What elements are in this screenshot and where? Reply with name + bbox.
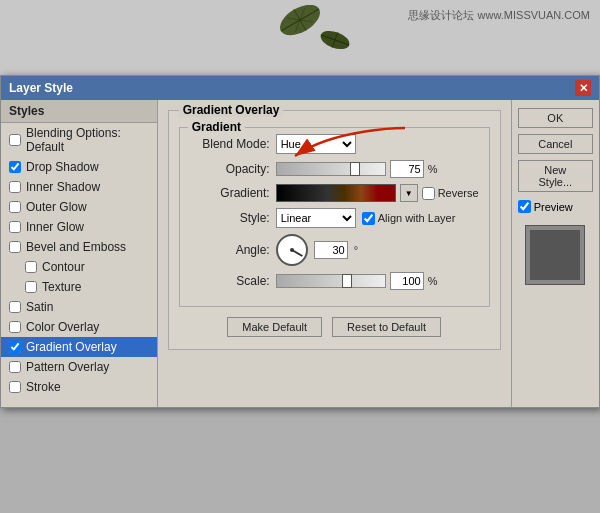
angle-container: ° xyxy=(276,234,358,266)
inner-shadow-checkbox[interactable] xyxy=(9,181,21,193)
gradient-overlay-title: Gradient Overlay xyxy=(179,103,284,117)
preview-checkbox[interactable] xyxy=(518,200,531,213)
layer-style-dialog: Layer Style ✕ Styles Blending Options: D… xyxy=(0,75,600,408)
align-with-layer-label: Align with Layer xyxy=(362,212,456,225)
gradient-overlay-checkbox[interactable] xyxy=(9,341,21,353)
bevel-emboss-label: Bevel and Emboss xyxy=(26,240,126,254)
reverse-checkbox[interactable] xyxy=(422,187,435,200)
styles-panel-header: Styles xyxy=(1,100,157,123)
preview-inner xyxy=(530,230,580,280)
style-row: Style: Linear Radial Angle Reflected Dia… xyxy=(190,208,479,228)
align-with-layer-text: Align with Layer xyxy=(378,212,456,224)
style-label: Style: xyxy=(190,211,270,225)
sidebar-item-gradient-overlay[interactable]: Gradient Overlay xyxy=(1,337,157,357)
satin-label: Satin xyxy=(26,300,53,314)
gradient-row: Gradient: ▼ Reverse xyxy=(190,184,479,202)
sidebar-item-stroke[interactable]: Stroke xyxy=(1,377,157,397)
scale-row: Scale: % xyxy=(190,272,479,290)
blending-options-checkbox[interactable] xyxy=(9,134,21,146)
drop-shadow-checkbox[interactable] xyxy=(9,161,21,173)
inner-shadow-label: Inner Shadow xyxy=(26,180,100,194)
new-style-button[interactable]: New Style... xyxy=(518,160,593,192)
align-with-layer-checkbox[interactable] xyxy=(362,212,375,225)
cancel-button[interactable]: Cancel xyxy=(518,134,593,154)
reverse-label: Reverse xyxy=(422,187,479,200)
opacity-slider-container: % xyxy=(276,160,438,178)
dialog-body: Styles Blending Options: Default Drop Sh… xyxy=(1,100,599,407)
blend-mode-label: Blend Mode: xyxy=(190,137,270,151)
ok-button[interactable]: OK xyxy=(518,108,593,128)
styles-panel: Styles Blending Options: Default Drop Sh… xyxy=(1,100,158,407)
scale-label: Scale: xyxy=(190,274,270,288)
sidebar-item-drop-shadow[interactable]: Drop Shadow xyxy=(1,157,157,177)
outer-glow-checkbox[interactable] xyxy=(9,201,21,213)
gradient-bar[interactable] xyxy=(276,184,396,202)
sidebar-item-pattern-overlay[interactable]: Pattern Overlay xyxy=(1,357,157,377)
angle-dial[interactable] xyxy=(276,234,308,266)
color-overlay-checkbox[interactable] xyxy=(9,321,21,333)
inner-glow-label: Inner Glow xyxy=(26,220,84,234)
angle-value-input[interactable] xyxy=(314,241,348,259)
contour-checkbox[interactable] xyxy=(25,261,37,273)
angle-dial-dot xyxy=(290,248,294,252)
sidebar-item-texture[interactable]: Texture xyxy=(1,277,157,297)
close-button[interactable]: ✕ xyxy=(575,80,591,96)
opacity-unit: % xyxy=(428,163,438,175)
opacity-value-input[interactable] xyxy=(390,160,424,178)
pattern-overlay-checkbox[interactable] xyxy=(9,361,21,373)
contour-label: Contour xyxy=(42,260,85,274)
bottom-buttons: Make Default Reset to Default xyxy=(179,317,490,337)
right-panel: OK Cancel New Style... Preview xyxy=(511,100,599,407)
sidebar-item-contour[interactable]: Contour xyxy=(1,257,157,277)
sidebar-item-inner-shadow[interactable]: Inner Shadow xyxy=(1,177,157,197)
gradient-bar-container: ▼ Reverse xyxy=(276,184,479,202)
dialog-title: Layer Style xyxy=(9,81,73,95)
angle-row: Angle: ° xyxy=(190,234,479,266)
color-overlay-label: Color Overlay xyxy=(26,320,99,334)
preview-text: Preview xyxy=(534,201,573,213)
inner-glow-checkbox[interactable] xyxy=(9,221,21,233)
make-default-button[interactable]: Make Default xyxy=(227,317,322,337)
scale-unit: % xyxy=(428,275,438,287)
reset-to-default-button[interactable]: Reset to Default xyxy=(332,317,441,337)
stroke-checkbox[interactable] xyxy=(9,381,21,393)
angle-label: Angle: xyxy=(190,243,270,257)
sidebar-item-satin[interactable]: Satin xyxy=(1,297,157,317)
reverse-text: Reverse xyxy=(438,187,479,199)
style-select[interactable]: Linear Radial Angle Reflected Diamond xyxy=(276,208,356,228)
dialog-titlebar: Layer Style ✕ xyxy=(1,76,599,100)
texture-checkbox[interactable] xyxy=(25,281,37,293)
main-content: Gradient Overlay Gradient Blend Mode: Hu… xyxy=(158,100,511,407)
scale-slider-container: % xyxy=(276,272,438,290)
gradient-overlay-group: Gradient Overlay Gradient Blend Mode: Hu… xyxy=(168,110,501,350)
opacity-label: Opacity: xyxy=(190,162,270,176)
satin-checkbox[interactable] xyxy=(9,301,21,313)
preview-box xyxy=(525,225,585,285)
gradient-sub-title: Gradient xyxy=(188,120,245,134)
bevel-emboss-checkbox[interactable] xyxy=(9,241,21,253)
scale-value-input[interactable] xyxy=(390,272,424,290)
sidebar-item-outer-glow[interactable]: Outer Glow xyxy=(1,197,157,217)
sidebar-item-blending-options[interactable]: Blending Options: Default xyxy=(1,123,157,157)
stroke-label: Stroke xyxy=(26,380,61,394)
blend-mode-select[interactable]: Hue Normal Overlay Multiply xyxy=(276,134,356,154)
drop-shadow-label: Drop Shadow xyxy=(26,160,99,174)
opacity-slider[interactable] xyxy=(276,162,386,176)
texture-label: Texture xyxy=(42,280,81,294)
gradient-sub-group: Gradient Blend Mode: Hue Normal Overlay … xyxy=(179,127,490,307)
opacity-row: Opacity: % xyxy=(190,160,479,178)
pattern-overlay-label: Pattern Overlay xyxy=(26,360,109,374)
gradient-overlay-label: Gradient Overlay xyxy=(26,340,117,354)
watermark-text: 思缘设计论坛 www.MISSVUAN.COM xyxy=(408,8,590,23)
blend-mode-row: Blend Mode: Hue Normal Overlay Multiply xyxy=(190,134,479,154)
sidebar-item-inner-glow[interactable]: Inner Glow xyxy=(1,217,157,237)
sidebar-item-bevel-emboss[interactable]: Bevel and Emboss xyxy=(1,237,157,257)
blending-options-label: Blending Options: Default xyxy=(26,126,149,154)
preview-label-container: Preview xyxy=(518,200,593,213)
outer-glow-label: Outer Glow xyxy=(26,200,87,214)
gradient-dropdown-button[interactable]: ▼ xyxy=(400,184,418,202)
gradient-label: Gradient: xyxy=(190,186,270,200)
angle-unit: ° xyxy=(354,244,358,256)
scale-slider[interactable] xyxy=(276,274,386,288)
sidebar-item-color-overlay[interactable]: Color Overlay xyxy=(1,317,157,337)
